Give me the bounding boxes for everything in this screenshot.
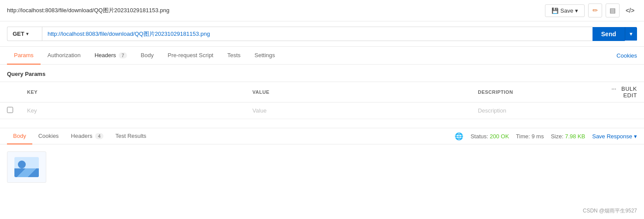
comment-icon: ▤ — [610, 7, 616, 14]
response-tab-cookies[interactable]: Cookies — [32, 128, 65, 144]
edit-icon: ✏ — [593, 7, 598, 14]
cookies-link[interactable]: Cookies — [617, 52, 637, 59]
response-tab-body-label: Body — [13, 133, 26, 139]
col-value-header: VALUE — [246, 82, 471, 103]
col-check-header — [0, 82, 20, 103]
tab-headers-label: Headers — [95, 52, 116, 58]
tab-headers[interactable]: Headers 7 — [88, 47, 134, 65]
save-response-button[interactable]: Save Response ▾ — [592, 133, 637, 140]
top-bar: http://localhost:8083/file/download/QQ图片… — [0, 0, 644, 21]
tab-settings[interactable]: Settings — [247, 47, 282, 65]
table-row: Key Value Description — [0, 103, 644, 119]
status-label: Status: 200 OK — [470, 133, 509, 140]
tab-authorization[interactable]: Authorization — [41, 47, 88, 65]
response-tab-test-results[interactable]: Test Results — [110, 128, 153, 144]
response-tab-cookies-label: Cookies — [38, 133, 59, 139]
col-key-header: KEY — [20, 82, 246, 103]
tab-tests-label: Tests — [227, 52, 240, 58]
row-checkbox[interactable] — [7, 107, 13, 113]
url-bar: GET ▾ Send ▾ — [0, 21, 644, 47]
tab-body[interactable]: Body — [134, 47, 161, 65]
description-placeholder: Description — [478, 107, 506, 114]
globe-icon: 🌐 — [455, 132, 463, 140]
request-tabs: Params Authorization Headers 7 Body Pre-… — [0, 47, 644, 65]
tab-settings-label: Settings — [254, 52, 275, 58]
actions-cell — [592, 103, 644, 119]
image-icon — [14, 157, 39, 177]
row-checkbox-cell — [0, 103, 20, 119]
response-tabs: Body Cookies Headers 4 Test Results 🌐 St… — [0, 128, 644, 144]
response-tab-headers-label: Headers — [71, 133, 92, 139]
tab-pre-request-label: Pre-request Script — [168, 52, 213, 58]
tab-params[interactable]: Params — [7, 47, 41, 65]
code-button[interactable]: </> — [623, 3, 637, 17]
key-placeholder: Key — [27, 107, 37, 114]
top-bar-actions: 💾 Save ▾ ✏ ▤ </> — [545, 3, 637, 17]
response-image-thumbnail — [7, 151, 46, 183]
save-response-dropdown-icon: ▾ — [634, 133, 637, 140]
tab-pre-request-script[interactable]: Pre-request Script — [161, 47, 220, 65]
bulk-edit-button[interactable]: Bulk Edit — [621, 86, 637, 99]
tab-authorization-label: Authorization — [48, 52, 81, 58]
description-cell[interactable]: Description — [471, 103, 592, 119]
key-cell[interactable]: Key — [20, 103, 246, 119]
size-value: 7.98 KB — [565, 133, 585, 140]
value-placeholder: Value — [253, 107, 267, 114]
code-icon: </> — [626, 7, 634, 14]
response-body — [0, 144, 644, 190]
save-label: Save — [560, 7, 573, 14]
send-button-group: Send ▾ — [593, 27, 637, 41]
response-tab-test-results-label: Test Results — [116, 133, 147, 139]
tab-tests[interactable]: Tests — [220, 47, 247, 65]
tab-params-label: Params — [14, 52, 34, 58]
response-tab-body[interactable]: Body — [7, 128, 32, 144]
send-dropdown-icon: ▾ — [630, 31, 633, 37]
params-table: KEY VALUE DESCRIPTION ··· Bulk Edit Key … — [0, 82, 644, 119]
size-label: Size: 7.98 KB — [551, 133, 585, 140]
status-code: 200 OK — [490, 133, 509, 140]
response-tab-headers[interactable]: Headers 4 — [65, 128, 110, 144]
url-input[interactable] — [42, 27, 593, 41]
save-button[interactable]: 💾 Save ▾ — [545, 4, 585, 17]
time-label: Time: 9 ms — [516, 133, 544, 140]
save-icon: 💾 — [552, 7, 558, 14]
query-params-title: Query Params — [0, 65, 644, 82]
value-cell[interactable]: Value — [246, 103, 471, 119]
top-bar-url: http://localhost:8083/file/download/QQ图片… — [7, 7, 169, 14]
table-header-row: KEY VALUE DESCRIPTION ··· Bulk Edit — [0, 82, 644, 103]
response-headers-badge: 4 — [95, 133, 103, 139]
send-main-button[interactable]: Send — [593, 27, 625, 41]
comment-button[interactable]: ▤ — [606, 3, 620, 17]
save-dropdown-icon: ▾ — [575, 7, 578, 14]
more-icon[interactable]: ··· — [612, 86, 617, 92]
headers-badge: 7 — [119, 52, 127, 58]
col-desc-header: DESCRIPTION — [471, 82, 592, 103]
col-actions-header: ··· Bulk Edit — [592, 82, 644, 103]
tab-body-label: Body — [141, 52, 154, 58]
method-label: GET — [13, 31, 24, 37]
response-status: 🌐 Status: 200 OK Time: 9 ms Size: 7.98 K… — [455, 132, 637, 140]
response-section: Body Cookies Headers 4 Test Results 🌐 St… — [0, 128, 644, 190]
method-select[interactable]: GET ▾ — [7, 27, 42, 41]
time-value: 9 ms — [531, 133, 544, 140]
edit-button[interactable]: ✏ — [588, 3, 602, 17]
send-dropdown-button[interactable]: ▾ — [625, 27, 637, 41]
method-dropdown-icon: ▾ — [26, 31, 28, 36]
